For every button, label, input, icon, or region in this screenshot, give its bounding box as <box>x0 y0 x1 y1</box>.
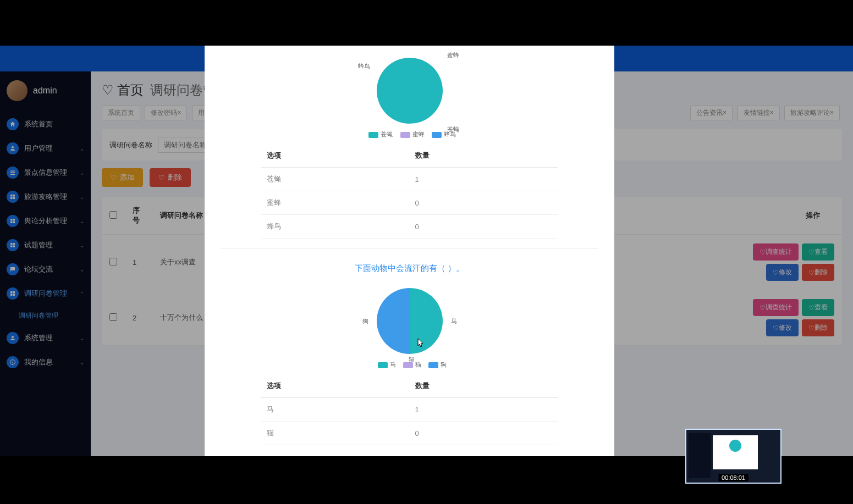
stat-col-opt: 选项 <box>261 374 410 398</box>
video-preview-thumbnail[interactable]: 00:08:01 <box>685 429 782 484</box>
legend-swatch-teal <box>368 132 378 138</box>
stats-modal: 蜜蜂 蜂鸟 苍蝇 苍蝇 蜜蜂 蜂鸟 选项 数量 苍蝇1 蜜蜂0 蜂鸟0 下面动物… <box>205 46 614 456</box>
stat-col-qty: 数量 <box>410 374 558 398</box>
pie1-label-top: 蜜蜂 <box>447 51 459 59</box>
stat-qty: 0 <box>410 422 558 445</box>
stat-opt: 苍蝇 <box>261 168 410 191</box>
pie1-label-bottom: 苍蝇 <box>447 125 459 134</box>
stat-table-2: 选项 数量 马1 猫0 <box>261 374 558 445</box>
stat-qty: 1 <box>410 168 558 191</box>
question-title: 下面动物中会流汗的有（ ）。 <box>205 259 614 276</box>
stat-opt: 猫 <box>261 422 410 445</box>
legend-1: 苍蝇 蜜蜂 蜂鸟 <box>205 127 614 144</box>
pie-chart-1: 蜜蜂 蜂鸟 苍蝇 <box>377 58 443 124</box>
legend-swatch-teal <box>378 362 388 368</box>
stat-qty: 1 <box>410 398 558 422</box>
preview-timestamp: 00:08:01 <box>718 474 749 481</box>
pie2-label-bottom: 猫 <box>409 356 415 364</box>
stat-opt: 马 <box>261 398 410 422</box>
legend-swatch-purple <box>400 132 410 138</box>
pie-chart-2: 马 猫 狗 <box>377 288 443 354</box>
legend-swatch-blue <box>432 132 442 138</box>
stat-col-qty: 数量 <box>410 144 558 168</box>
legend-swatch-blue <box>428 362 438 368</box>
stat-qty: 0 <box>410 215 558 239</box>
pie1-label-left: 蜂鸟 <box>358 62 370 70</box>
stat-qty: 0 <box>410 191 558 215</box>
stat-table-1: 选项 数量 苍蝇1 蜜蜂0 蜂鸟0 <box>261 144 558 239</box>
divider <box>221 248 598 249</box>
stat-col-opt: 选项 <box>261 144 410 168</box>
pie2-label-right: 马 <box>451 317 457 325</box>
stat-opt: 蜜蜂 <box>261 191 410 215</box>
stat-opt: 蜂鸟 <box>261 215 410 239</box>
pie2-label-left: 狗 <box>362 317 368 325</box>
